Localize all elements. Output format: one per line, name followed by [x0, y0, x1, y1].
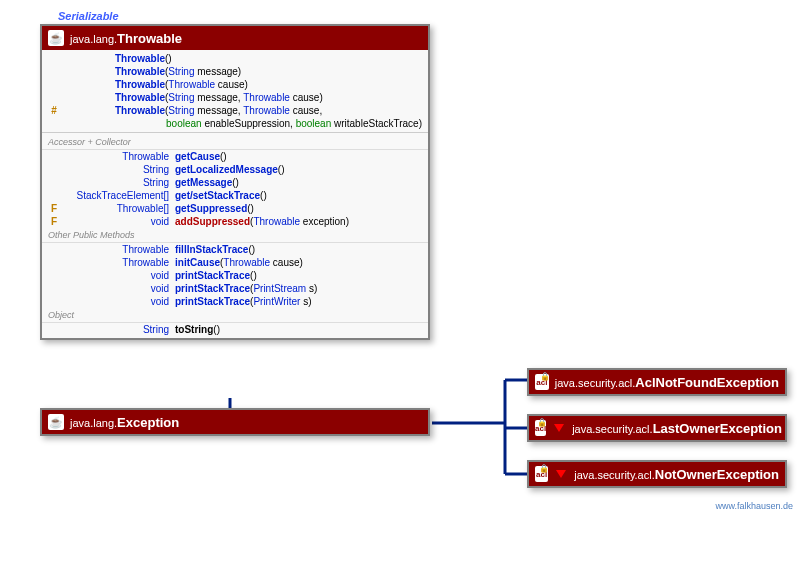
- package-label: java.lang.: [70, 417, 117, 429]
- constructor-row: Throwable (Throwable cause): [42, 78, 428, 91]
- method-row: voidprintStackTrace (PrintStream s): [42, 282, 428, 295]
- method-row: StringtoString (): [42, 323, 428, 336]
- constructor-row: Throwable (String message, Throwable cau…: [42, 91, 428, 104]
- watermark: www.falkhausen.de: [715, 501, 793, 511]
- class-aclnotfound: acl java.security.acl.AclNotFoundExcepti…: [527, 368, 787, 396]
- class-header-acl3: acl java.security.acl.NotOwnerException: [529, 462, 785, 486]
- cup-icon: ☕: [48, 414, 64, 430]
- acl-icon: acl: [535, 466, 548, 482]
- acl-icon: acl: [535, 374, 549, 390]
- package-label: java.security.acl.: [572, 423, 653, 435]
- object-section: StringtoString (): [42, 323, 428, 336]
- class-header-acl1: acl java.security.acl.AclNotFoundExcepti…: [529, 370, 785, 394]
- serializable-label: Serializable: [58, 10, 119, 22]
- constructors-section: Throwable ()Throwable (String message)Th…: [42, 52, 428, 130]
- package-label: java.security.acl.: [574, 469, 655, 481]
- class-throwable: ☕ java.lang.Throwable Throwable ()Throwa…: [40, 24, 430, 340]
- acl-icon: acl: [535, 420, 546, 436]
- method-row: ThrowableinitCause (Throwable cause): [42, 256, 428, 269]
- method-row: ThrowablefillInStackTrace (): [42, 243, 428, 256]
- class-name: LastOwnerException: [653, 421, 782, 436]
- constructor-row: Throwable (): [42, 52, 428, 65]
- method-row: StackTraceElement[]get/setStackTrace (): [42, 189, 428, 202]
- class-notowner: acl java.security.acl.NotOwnerException: [527, 460, 787, 488]
- method-row: ThrowablegetCause (): [42, 150, 428, 163]
- class-body-throwable: Throwable ()Throwable (String message)Th…: [42, 50, 428, 338]
- package-label: java.lang.: [70, 33, 117, 45]
- class-name: AclNotFoundException: [635, 375, 779, 390]
- method-row: StringgetLocalizedMessage (): [42, 163, 428, 176]
- class-header-acl2: acl java.security.acl.LastOwnerException: [529, 416, 785, 440]
- class-lastowner: acl java.security.acl.LastOwnerException: [527, 414, 787, 442]
- accessors-section: ThrowablegetCause ()StringgetLocalizedMe…: [42, 150, 428, 228]
- package-label: java.security.acl.: [555, 377, 636, 389]
- section-other-label: Other Public Methods: [42, 228, 428, 243]
- method-row: FThrowable[]getSuppressed (): [42, 202, 428, 215]
- constructor-row: #Throwable (String message, Throwable ca…: [42, 104, 428, 117]
- constructor-row: boolean enableSuppression, boolean writa…: [42, 117, 428, 130]
- triangle-icon: [556, 470, 566, 478]
- class-name: Throwable: [117, 31, 182, 46]
- section-accessor-label: Accessor + Collector: [42, 135, 428, 150]
- class-header-exception: ☕ java.lang.Exception: [42, 410, 428, 434]
- triangle-icon: [554, 424, 564, 432]
- class-name: Exception: [117, 415, 179, 430]
- class-name: NotOwnerException: [655, 467, 779, 482]
- method-row: FvoidaddSuppressed (Throwable exception): [42, 215, 428, 228]
- section-object-label: Object: [42, 308, 428, 323]
- method-row: StringgetMessage (): [42, 176, 428, 189]
- method-row: voidprintStackTrace (PrintWriter s): [42, 295, 428, 308]
- class-header-throwable: ☕ java.lang.Throwable: [42, 26, 428, 50]
- cup-icon: ☕: [48, 30, 64, 46]
- constructor-row: Throwable (String message): [42, 65, 428, 78]
- method-row: voidprintStackTrace (): [42, 269, 428, 282]
- others-section: ThrowablefillInStackTrace ()Throwableini…: [42, 243, 428, 308]
- class-exception: ☕ java.lang.Exception: [40, 408, 430, 436]
